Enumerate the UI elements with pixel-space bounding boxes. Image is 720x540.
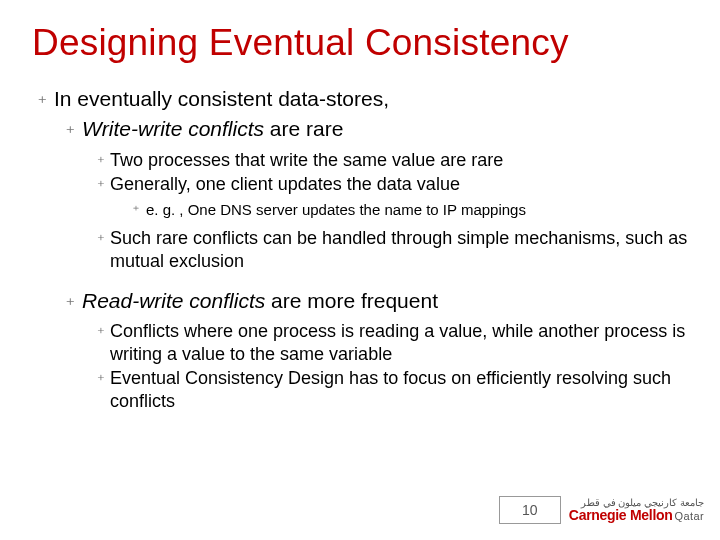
bullet-ww-sub3: Such rare conflicts can be handled throu… xyxy=(26,227,694,272)
footer: 10 جامعة كارنيجي ميلون في قطر Carnegie M… xyxy=(499,496,704,524)
bullet-ww-sub2: Generally, one client updates the data v… xyxy=(26,173,694,196)
bullet-write-write: Write-write conflicts are rare xyxy=(26,116,694,142)
logo-main: Carnegie Mellon xyxy=(569,508,673,522)
bullet-write-write-emph: Write-write conflicts xyxy=(82,117,264,140)
bullet-list: In eventually consistent data-stores, Wr… xyxy=(26,86,694,412)
bullet-rw-sub2: Eventual Consistency Design has to focus… xyxy=(26,367,694,412)
bullet-rw-sub1: Conflicts where one process is reading a… xyxy=(26,320,694,365)
slide: Designing Eventual Consistency In eventu… xyxy=(0,0,720,540)
page-number: 10 xyxy=(499,496,561,524)
slide-title: Designing Eventual Consistency xyxy=(32,22,694,64)
bullet-read-write-emph: Read-write conflicts xyxy=(82,289,265,312)
bullet-intro: In eventually consistent data-stores, xyxy=(26,86,694,112)
cmu-qatar-logo: جامعة كارنيجي ميلون في قطر Carnegie Mell… xyxy=(569,498,704,522)
bullet-write-write-tail: are rare xyxy=(264,117,343,140)
bullet-ww-sub2-example: e. g. , One DNS server updates the name … xyxy=(26,200,694,220)
logo-sub: Qatar xyxy=(674,511,704,522)
bullet-ww-sub1: Two processes that write the same value … xyxy=(26,149,694,172)
bullet-read-write: Read-write conflicts are more frequent xyxy=(26,288,694,314)
bullet-read-write-tail: are more frequent xyxy=(265,289,438,312)
